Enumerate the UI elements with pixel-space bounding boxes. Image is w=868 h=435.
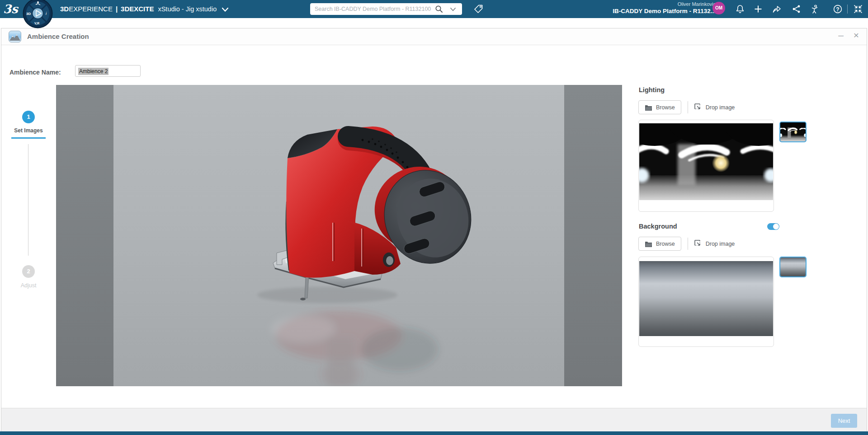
background-drop-zone[interactable]: Drop image — [694, 240, 735, 248]
step-2-indicator[interactable]: 2 — [22, 265, 35, 278]
jigsaw-3d-model — [56, 85, 622, 386]
dialog-header: Ambience Creation – × — [1, 28, 867, 45]
app-switcher-chevron-icon[interactable] — [222, 0, 228, 19]
compass-vr-label: V,R — [34, 22, 39, 25]
dialog-footer: Next — [1, 408, 867, 432]
toggle-knob — [773, 224, 779, 229]
lighting-environment-image — [639, 123, 773, 200]
background-browse-label: Browse — [656, 241, 675, 247]
ambience-name-value: Ambience 2 — [78, 68, 108, 75]
page-title: Ambience Creation — [27, 28, 89, 45]
collapse-fullscreen-icon[interactable] — [853, 4, 863, 14]
next-button[interactable]: Next — [831, 414, 857, 428]
search-icon[interactable] — [435, 5, 443, 13]
notifications-bell-icon[interactable] — [735, 4, 745, 14]
top-bar: 3s 3D V,R i 3DEXPERIENCE|3DEXCITExStudio… — [0, 0, 868, 18]
background-thumbnail-image — [780, 257, 806, 276]
ambience-name-label: Ambience Name: — [9, 69, 61, 76]
3ds-community-person-icon[interactable] — [810, 4, 820, 14]
background-gradient-image — [639, 261, 773, 336]
application-window: { "topbar": { "brand_3d": "3D", "brand_e… — [0, 0, 868, 435]
minimize-button[interactable]: – — [835, 30, 846, 42]
stepper-connector — [28, 144, 28, 256]
background-section-title: Background — [639, 223, 677, 230]
share-nodes-icon[interactable] — [792, 4, 802, 14]
lighting-drop-zone[interactable]: Drop image — [694, 103, 735, 111]
share-arrow-icon[interactable] — [772, 4, 782, 14]
window-bottom-edge — [0, 431, 868, 435]
user-context[interactable]: Oliver Marinkovic IB-CADDY Demo Platform… — [613, 1, 716, 15]
drop-image-icon — [694, 103, 702, 111]
drop-image-icon — [694, 240, 702, 248]
topbar-separator — [847, 5, 848, 14]
app-switcher-label[interactable]: xStudio - Jig xstudio — [158, 5, 217, 13]
brand-separator: | — [116, 5, 118, 13]
background-toggle[interactable] — [767, 223, 779, 230]
background-preview-card — [638, 257, 774, 347]
add-content-icon[interactable] — [753, 4, 763, 14]
lighting-actions: Browse Drop image — [638, 100, 735, 114]
folder-icon — [645, 241, 652, 247]
step-1-label: Set Images — [6, 127, 51, 134]
compass-3d-label: 3D — [26, 12, 31, 16]
brand-3d: 3D — [60, 5, 69, 13]
background-actions: Browse Drop image — [638, 237, 735, 251]
avatar[interactable]: OM — [712, 2, 725, 14]
step-2-label: Adjust — [6, 282, 51, 289]
3d-viewport[interactable] — [56, 85, 622, 386]
lighting-drop-label: Drop image — [706, 104, 735, 111]
3ds-logo-icon[interactable]: 3s — [3, 2, 21, 16]
step-1-active-underline — [11, 137, 46, 139]
step-1-indicator[interactable]: 1 — [22, 111, 35, 123]
folder-icon — [645, 104, 652, 111]
global-search — [310, 3, 462, 15]
ambience-creation-dialog: Ambience Creation – × Ambience Name: Amb… — [1, 28, 867, 431]
actions-separator — [688, 101, 688, 113]
background-thumbnail-selected[interactable] — [779, 257, 807, 277]
compass-widget[interactable]: 3D V,R i — [23, 0, 53, 28]
lighting-preview-card — [638, 120, 774, 212]
svg-text:?: ? — [836, 6, 839, 13]
lighting-browse-label: Browse — [656, 104, 675, 111]
actions-separator — [688, 238, 688, 250]
lighting-section-title: Lighting — [639, 86, 665, 94]
brand-excite: 3DEXCITE — [121, 5, 154, 13]
svg-text:3s: 3s — [3, 2, 19, 16]
ambience-name-field[interactable]: Ambience 2 — [75, 65, 141, 77]
brand-experience: EXPERIENCE — [69, 5, 113, 13]
help-icon[interactable]: ? — [833, 4, 843, 14]
close-button[interactable]: × — [851, 30, 862, 42]
search-scope-chevron-icon[interactable] — [450, 8, 456, 11]
brand-text: 3DEXPERIENCE|3DEXCITExStudio - Jig xstud… — [60, 0, 228, 18]
lighting-browse-button[interactable]: Browse — [638, 100, 681, 114]
user-name: Oliver Marinkovic — [613, 1, 716, 7]
lighting-thumbnail-selected[interactable] — [779, 122, 807, 142]
platform-name: IB-CADDY Demo Platform - R1132... — [613, 7, 716, 15]
tags-icon[interactable] — [473, 3, 484, 14]
background-browse-button[interactable]: Browse — [638, 237, 681, 251]
ambience-icon — [9, 31, 21, 42]
background-drop-label: Drop image — [706, 241, 735, 247]
